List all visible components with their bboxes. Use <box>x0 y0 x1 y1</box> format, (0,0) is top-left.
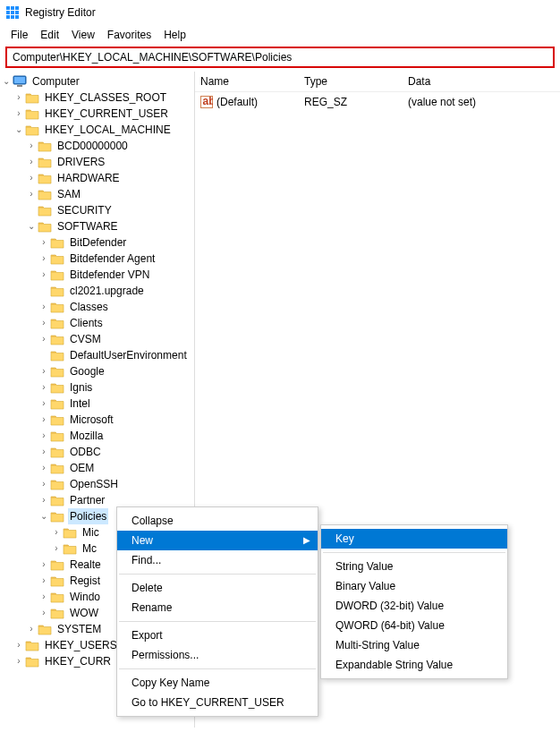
ctx-new-key[interactable]: Key <box>321 529 507 549</box>
tree-key-odbc[interactable]: ›ODBC <box>0 444 194 460</box>
expand-toggle-icon[interactable]: › <box>38 267 50 283</box>
tree-key-cvsm[interactable]: ›CVSM <box>0 331 194 347</box>
menu-edit[interactable]: Edit <box>35 27 64 43</box>
tree-key-clients[interactable]: ›Clients <box>0 315 194 331</box>
tree-key-hardware[interactable]: ›HARDWARE <box>0 170 194 186</box>
expand-toggle-icon[interactable]: ⌄ <box>25 218 38 234</box>
tree-key-google[interactable]: ›Google <box>0 363 194 379</box>
expand-toggle-icon[interactable]: › <box>38 460 50 476</box>
expand-toggle-icon[interactable]: › <box>25 186 38 202</box>
tree-key-hkey-local-machine[interactable]: ⌄HKEY_LOCAL_MACHINE <box>0 122 194 138</box>
expand-toggle-icon[interactable]: › <box>25 138 38 154</box>
col-name[interactable]: Name <box>200 75 304 88</box>
menu-file[interactable]: File <box>5 27 33 43</box>
separator <box>323 552 505 553</box>
ctx-rename[interactable]: Rename <box>117 598 318 617</box>
svg-rect-4 <box>11 11 14 14</box>
value-type: REG_SZ <box>304 96 408 108</box>
menu-favorites[interactable]: Favorites <box>102 27 157 43</box>
expand-toggle-icon[interactable]: › <box>38 573 50 589</box>
ctx-permissions[interactable]: Permissions... <box>117 645 318 665</box>
tree-key-bitdefender-vpn[interactable]: ›Bitdefender VPN <box>0 267 194 283</box>
expand-toggle-icon[interactable]: › <box>38 476 50 492</box>
tree-key-cl2021-upgrade[interactable]: cl2021.upgrade <box>0 283 194 299</box>
tree-label: Regist <box>68 573 102 589</box>
tree-key-software[interactable]: ⌄SOFTWARE <box>0 218 194 234</box>
tree-key-microsoft[interactable]: ›Microsoft <box>0 412 194 428</box>
expand-toggle-icon[interactable]: › <box>38 396 50 412</box>
tree-key-hkey-current-user[interactable]: ›HKEY_CURRENT_USER <box>0 106 194 122</box>
ctx-new-expandstring[interactable]: Expandable String Value <box>321 655 507 675</box>
tree-label: Microsoft <box>68 412 115 428</box>
tree-label: Bitdefender VPN <box>68 267 151 283</box>
expand-toggle-icon[interactable]: › <box>38 331 50 347</box>
expand-toggle-icon[interactable]: › <box>38 363 50 379</box>
tree-key-mozilla[interactable]: ›Mozilla <box>0 428 194 444</box>
menu-help[interactable]: Help <box>158 27 191 43</box>
expand-toggle-icon[interactable]: › <box>38 605 50 621</box>
tree-key-openssh[interactable]: ›OpenSSH <box>0 476 194 492</box>
values-header[interactable]: Name Type Data <box>195 72 560 92</box>
expand-toggle-icon[interactable]: › <box>50 524 63 540</box>
tree-key-security[interactable]: SECURITY <box>0 202 194 218</box>
tree-key-oem[interactable]: ›OEM <box>0 460 194 476</box>
ctx-new[interactable]: New▶ <box>117 531 318 550</box>
ctx-new-binary[interactable]: Binary Value <box>321 576 507 596</box>
expand-toggle-icon[interactable]: › <box>38 379 50 396</box>
tree-key-sam[interactable]: ›SAM <box>0 186 194 202</box>
svg-rect-2 <box>15 6 19 10</box>
expand-toggle-icon[interactable]: ⌄ <box>38 508 50 524</box>
expand-toggle-icon[interactable]: › <box>38 412 50 428</box>
folder-icon <box>38 623 52 635</box>
string-value-icon: ab <box>200 96 213 108</box>
expand-toggle-icon[interactable]: › <box>13 637 25 653</box>
expand-toggle-icon[interactable]: › <box>38 589 50 605</box>
expand-toggle-icon[interactable]: › <box>25 170 38 186</box>
col-data[interactable]: Data <box>408 75 430 88</box>
expand-toggle-icon[interactable]: › <box>13 106 25 122</box>
expand-toggle-icon[interactable]: › <box>25 621 38 637</box>
expand-toggle-icon[interactable]: ⌄ <box>0 73 13 89</box>
tree-key-intel[interactable]: ›Intel <box>0 396 194 412</box>
tree-key-ignis[interactable]: ›Ignis <box>0 379 194 396</box>
ctx-collapse[interactable]: Collapse <box>117 511 318 531</box>
ctx-goto-hkcu[interactable]: Go to HKEY_CURRENT_USER <box>117 693 318 712</box>
ctx-find[interactable]: Find... <box>117 550 318 570</box>
ctx-copy-key-name[interactable]: Copy Key Name <box>117 673 318 693</box>
tree-key-drivers[interactable]: ›DRIVERS <box>0 154 194 170</box>
expand-toggle-icon[interactable]: ⌄ <box>13 122 25 138</box>
svg-rect-6 <box>6 15 10 19</box>
expand-toggle-icon[interactable]: › <box>38 444 50 460</box>
ctx-new-qword[interactable]: QWORD (64-bit) Value <box>321 616 507 635</box>
tree-root-computer[interactable]: ⌄Computer <box>0 73 194 89</box>
tree-key-bitdefender-agent[interactable]: ›Bitdefender Agent <box>0 251 194 267</box>
expand-toggle-icon[interactable]: › <box>50 540 63 557</box>
expand-toggle-icon[interactable]: › <box>13 653 25 669</box>
ctx-delete[interactable]: Delete <box>117 578 318 598</box>
expand-toggle-icon[interactable]: › <box>38 251 50 267</box>
tree-label: HKEY_CURRENT_USER <box>43 106 170 122</box>
tree-key-defaultuserenvironment[interactable]: DefaultUserEnvironment <box>0 347 194 363</box>
expand-toggle-icon[interactable]: › <box>38 299 50 315</box>
address-bar[interactable]: Computer\HKEY_LOCAL_MACHINE\SOFTWARE\Pol… <box>5 47 555 68</box>
expand-toggle-icon[interactable]: › <box>13 89 25 106</box>
col-type[interactable]: Type <box>304 75 408 88</box>
ctx-new-string[interactable]: String Value <box>321 557 507 576</box>
tree-key-hkey-classes-root[interactable]: ›HKEY_CLASSES_ROOT <box>0 89 194 106</box>
expand-toggle-icon[interactable]: › <box>25 154 38 170</box>
ctx-new-multistring[interactable]: Multi-String Value <box>321 635 507 655</box>
ctx-new-dword[interactable]: DWORD (32-bit) Value <box>321 596 507 616</box>
folder-icon <box>50 462 64 474</box>
tree-key-bcd00000000[interactable]: ›BCD00000000 <box>0 138 194 154</box>
menu-view[interactable]: View <box>66 27 100 43</box>
value-row[interactable]: ab (Default) REG_SZ (value not set) <box>195 92 560 112</box>
tree-key-classes[interactable]: ›Classes <box>0 299 194 315</box>
expand-toggle-icon[interactable]: › <box>38 234 50 251</box>
ctx-export[interactable]: Export <box>117 626 318 645</box>
tree-label: OEM <box>68 460 96 476</box>
expand-toggle-icon[interactable]: › <box>38 492 50 508</box>
expand-toggle-icon[interactable]: › <box>38 557 50 573</box>
tree-key-bitdefender[interactable]: ›BitDefender <box>0 234 194 251</box>
expand-toggle-icon[interactable]: › <box>38 315 50 331</box>
expand-toggle-icon[interactable]: › <box>38 428 50 444</box>
